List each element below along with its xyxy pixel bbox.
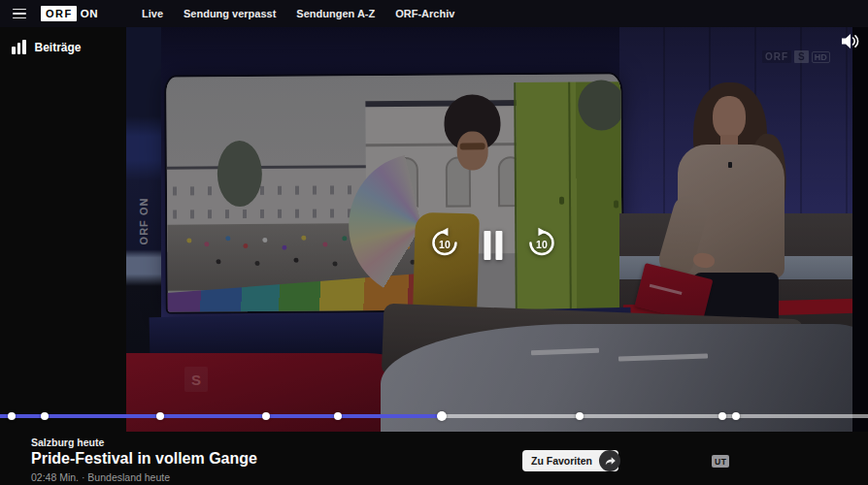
svg-text:10: 10: [536, 239, 548, 250]
sidebar: Beiträge: [0, 27, 126, 432]
pause-button[interactable]: [484, 231, 502, 260]
transport-controls: 10 10: [427, 227, 558, 263]
rewind-10-icon: 10: [427, 227, 461, 259]
seekbar-progress: [0, 414, 442, 418]
chapter-marker[interactable]: [718, 412, 726, 420]
sidebar-item-beitraege[interactable]: Beiträge: [0, 27, 126, 54]
top-navigation-bar: ORF ON Live Sendung verpasst Sendungen A…: [0, 0, 868, 27]
clips-bars-icon: [12, 40, 26, 54]
chapter-marker[interactable]: [262, 412, 270, 420]
rewind-10-button[interactable]: 10: [427, 227, 461, 263]
speaker-icon: [841, 33, 860, 49]
orf-on-player-page: ORF ON Live Sendung verpasst Sendungen A…: [0, 0, 868, 485]
video-info-bar: Salzburg heute Pride-Festival in vollem …: [0, 432, 868, 485]
favorites-label: Zu Favoriten: [531, 455, 592, 467]
nav-item-sendungen-az[interactable]: Sendungen A-Z: [296, 8, 375, 19]
seekbar[interactable]: [0, 414, 868, 418]
share-arrow-icon: [604, 455, 617, 467]
chapter-marker[interactable]: [8, 412, 16, 420]
share-button[interactable]: [599, 450, 620, 471]
volume-button[interactable]: [841, 33, 860, 53]
nav-item-live[interactable]: Live: [142, 8, 163, 19]
orf-logo-box: ORF: [41, 6, 77, 21]
forward-10-icon: 10: [524, 227, 558, 259]
hamburger-menu-icon[interactable]: [13, 9, 26, 19]
video-meta: 02:48 Min. · Bundesland heute: [31, 471, 170, 483]
svg-text:10: 10: [439, 239, 451, 250]
video-surface[interactable]: ORF ON: [126, 27, 868, 432]
chapter-marker[interactable]: [334, 412, 342, 420]
forward-10-button[interactable]: 10: [524, 227, 558, 263]
show-name: Salzburg heute: [31, 436, 104, 448]
nav-item-orf-archiv[interactable]: ORF-Archiv: [395, 8, 454, 19]
video-title: Pride-Festival in vollem Gange: [31, 450, 257, 468]
orf-on-logo[interactable]: ORF ON: [41, 6, 98, 21]
main-nav: Live Sendung verpasst Sendungen A-Z ORF-…: [142, 8, 454, 19]
sidebar-item-label: Beiträge: [35, 41, 82, 54]
subtitles-ut-badge[interactable]: UT: [712, 455, 729, 468]
chapter-marker[interactable]: [41, 412, 49, 420]
seekbar-playhead[interactable]: [437, 411, 447, 421]
nav-item-sendung-verpasst[interactable]: Sendung verpasst: [184, 8, 276, 19]
orf-logo-on: ON: [81, 8, 98, 19]
